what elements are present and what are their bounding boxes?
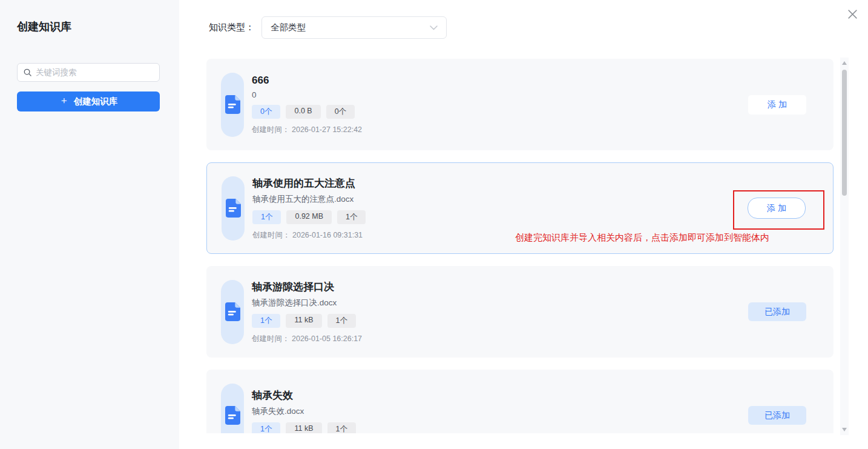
scrollbar-thumb[interactable]	[842, 70, 847, 196]
knowledge-base-card[interactable]: 轴承游隙选择口决 轴承游隙选择口决.docx 1个 11 kB 1个 创建时间：…	[206, 266, 833, 358]
knowledge-type-filter: 知识类型： 全部类型	[209, 16, 447, 39]
chevron-down-icon	[430, 25, 438, 30]
knowledge-type-label: 知识类型：	[209, 22, 254, 33]
document-icon	[222, 176, 245, 241]
count-badge: 1个	[252, 210, 281, 224]
document-icon	[221, 280, 244, 344]
knowledge-base-card[interactable]: 轴承失效 轴承失效.docx 1个 11 kB 1个 已添加	[206, 370, 833, 433]
add-button[interactable]: 添 加	[748, 198, 806, 219]
main-panel: 知识类型： 全部类型 6	[179, 0, 868, 449]
knowledge-base-card[interactable]: 666 0 0个 0.0 B 0个 创建时间： 2026-01-27 15:22…	[206, 59, 833, 150]
added-button[interactable]: 已添加	[748, 406, 806, 425]
card-subtitle: 0	[252, 90, 362, 99]
badges-row: 1个 11 kB 1个	[252, 422, 356, 433]
badges-row: 0个 0.0 B 0个	[252, 105, 362, 119]
card-body: 轴承游隙选择口决 轴承游隙选择口决.docx 1个 11 kB 1个 创建时间：…	[252, 280, 362, 344]
added-button[interactable]: 已添加	[748, 302, 806, 321]
select-value: 全部类型	[271, 22, 430, 33]
count-badge: 0个	[252, 105, 280, 119]
plus-icon: ＋	[59, 95, 69, 107]
card-subtitle: 轴承游隙选择口决.docx	[252, 298, 362, 308]
knowledge-base-list: 666 0 0个 0.0 B 0个 创建时间： 2026-01-27 15:22…	[206, 59, 833, 433]
count-badge: 1个	[327, 422, 356, 433]
card-body: 轴承使用的五大注意点 轴承使用五大的注意点.docx 1个 0.92 MB 1个…	[252, 176, 366, 241]
size-badge: 0.92 MB	[286, 210, 332, 224]
card-title: 轴承游隙选择口决	[252, 280, 362, 294]
page-title: 创建知识库	[17, 19, 71, 34]
card-title: 轴承失效	[252, 388, 356, 402]
card-title: 轴承使用的五大注意点	[252, 176, 366, 190]
close-icon[interactable]	[847, 8, 858, 19]
card-subtitle: 轴承使用五大的注意点.docx	[252, 194, 366, 205]
create-button-label: 创建知识库	[74, 96, 118, 107]
list-scrollbar[interactable]	[840, 58, 849, 435]
card-body: 666 0 0个 0.0 B 0个 创建时间： 2026-01-27 15:22…	[252, 75, 362, 135]
size-badge: 0.0 B	[286, 105, 320, 119]
keyword-search-box	[17, 63, 160, 82]
count-badge: 1个	[327, 314, 356, 328]
document-icon	[221, 384, 244, 434]
card-title: 666	[252, 75, 362, 87]
card-body: 轴承失效 轴承失效.docx 1个 11 kB 1个	[252, 388, 356, 433]
create-knowledge-base-dialog: 创建知识库 ＋ 创建知识库 知识类型： 全部类型	[0, 0, 868, 449]
document-icon	[221, 73, 244, 137]
knowledge-type-select[interactable]: 全部类型	[261, 16, 447, 39]
created-time: 创建时间： 2026-01-16 09:31:31	[252, 230, 366, 241]
badges-row: 1个 11 kB 1个	[252, 314, 362, 328]
count-badge: 1个	[252, 314, 280, 328]
size-badge: 11 kB	[286, 314, 321, 328]
badges-row: 1个 0.92 MB 1个	[252, 210, 366, 224]
search-input[interactable]	[36, 68, 153, 77]
tutorial-annotation: 创建完知识库并导入相关内容后，点击添加即可添加到智能体内	[515, 232, 769, 244]
card-subtitle: 轴承失效.docx	[252, 406, 356, 417]
create-knowledge-base-button[interactable]: ＋ 创建知识库	[17, 91, 160, 111]
created-time: 创建时间： 2026-01-05 16:26:17	[252, 334, 362, 344]
created-time: 创建时间： 2026-01-27 15:22:42	[252, 125, 362, 135]
count-badge: 1个	[337, 210, 366, 224]
scroll-down-icon[interactable]	[842, 428, 847, 431]
size-badge: 11 kB	[286, 422, 321, 433]
scroll-up-icon[interactable]	[842, 61, 847, 65]
add-button[interactable]: 添 加	[748, 95, 806, 115]
sidebar: 创建知识库 ＋ 创建知识库	[0, 0, 179, 449]
count-badge: 0个	[326, 105, 355, 119]
count-badge: 1个	[252, 422, 280, 433]
search-icon	[24, 68, 31, 76]
